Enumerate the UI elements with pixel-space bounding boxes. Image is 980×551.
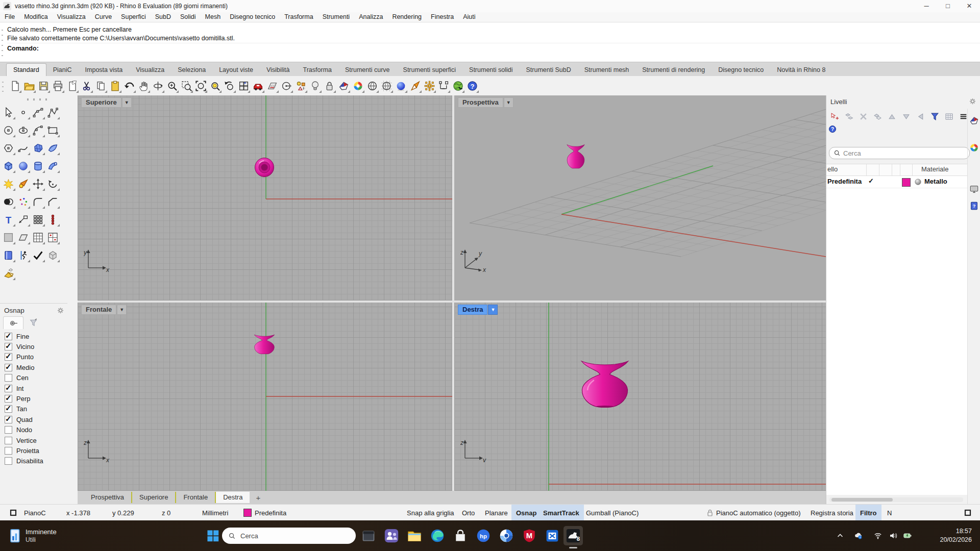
layers-tool-layer-copy[interactable] xyxy=(871,110,884,122)
toolbar-button-lightbulb[interactable] xyxy=(308,78,322,93)
taskbar-app-people[interactable] xyxy=(382,526,401,545)
menu-solidi[interactable]: Solidi xyxy=(176,12,201,22)
toolbar-button-export-page[interactable] xyxy=(65,78,79,93)
toolbar-button-pointer-cone[interactable] xyxy=(408,78,422,93)
tool-arc[interactable] xyxy=(31,123,45,137)
layers-tool-triangle-up[interactable] xyxy=(886,110,898,122)
checkbox-vicino[interactable] xyxy=(5,343,12,350)
toolbar-tab-imposta-vista[interactable]: Imposta vista xyxy=(79,64,130,77)
statusbar-millimetri[interactable]: Millimetri xyxy=(202,505,228,521)
tool-sphere[interactable] xyxy=(16,159,30,173)
tool-linear-array[interactable] xyxy=(46,213,60,227)
tool-select[interactable] xyxy=(2,106,15,119)
tool-leader[interactable] xyxy=(16,213,30,227)
toolbar-button-dimension[interactable] xyxy=(436,78,451,93)
menu-superfici[interactable]: Superfici xyxy=(116,12,151,22)
tool-plane[interactable] xyxy=(16,231,30,244)
tool-pipe[interactable] xyxy=(46,159,60,173)
layers-tool-layer-delete[interactable] xyxy=(857,110,870,122)
maximize-button[interactable]: □ xyxy=(937,0,959,12)
tool-check[interactable] xyxy=(31,248,45,262)
layers-search-input[interactable]: Cerca xyxy=(829,147,970,159)
tool-box[interactable] xyxy=(2,159,15,173)
tool-ellipse[interactable] xyxy=(16,123,30,137)
osnap-option-tan[interactable]: Tan xyxy=(0,404,67,414)
viewport-tab-superiore[interactable]: Superiore xyxy=(131,492,175,503)
statusbar-z-0[interactable]: z 0 xyxy=(162,505,170,521)
viewport-tab-prospettiva[interactable]: Prospettiva xyxy=(84,492,131,503)
osnap-option-medio[interactable]: Medio xyxy=(0,362,67,372)
toolbar-button-zoom-dynamic[interactable] xyxy=(165,78,179,93)
menu-finestra[interactable]: Finestra xyxy=(426,12,458,22)
toolbar-tab-standard[interactable]: Standard xyxy=(6,63,46,77)
toolbar-button-pan[interactable] xyxy=(136,78,151,93)
tool-point-cloud[interactable] xyxy=(16,195,30,209)
checkbox-perp[interactable] xyxy=(5,395,12,403)
toolbar-tab-strumenti-curve[interactable]: Strumenti curve xyxy=(338,64,397,77)
checkbox-punto[interactable] xyxy=(5,353,12,361)
tool-surface-sweep[interactable] xyxy=(46,141,60,155)
viewport-menu-arrow[interactable]: ▼ xyxy=(117,305,127,315)
toolbar-tab-strumenti-solidi[interactable]: Strumenti solidi xyxy=(462,64,519,77)
toolbar-button-paste[interactable] xyxy=(108,78,122,93)
tool-notebook[interactable] xyxy=(2,248,15,262)
osnap-option-cen[interactable]: Cen xyxy=(0,373,67,383)
toolbar-button-save[interactable] xyxy=(36,78,51,93)
toolbar-button-lock[interactable] xyxy=(322,78,336,93)
osnap-option-nodo[interactable]: Nodo xyxy=(0,425,67,435)
statusbar-snap-alla-griglia[interactable]: Snap alla griglia xyxy=(407,505,454,521)
tool-fillet[interactable] xyxy=(31,195,45,209)
viewport-destra[interactable]: Destra ▼ z y xyxy=(454,303,826,491)
toolbar-button-rotate-view[interactable] xyxy=(151,78,165,93)
statusbar-osnap[interactable]: Osnap xyxy=(511,505,541,521)
toolbar-button-named-view-car[interactable] xyxy=(251,78,265,93)
tool-comet[interactable] xyxy=(16,177,30,191)
toolbar-button-print[interactable] xyxy=(51,78,65,93)
viewport-tab-destra[interactable]: Destra xyxy=(215,492,250,503)
checkbox-quad[interactable] xyxy=(5,416,12,423)
viewport-menu-arrow[interactable]: ▼ xyxy=(504,97,513,108)
checkbox-disabilita[interactable] xyxy=(5,457,12,465)
tray-volume[interactable] xyxy=(889,532,897,540)
toolbar-button-rendermesh-sphere[interactable] xyxy=(379,78,394,93)
statusbar-y-0-229[interactable]: y 0.229 xyxy=(112,505,134,521)
toolbar-button-wireframe-sphere[interactable] xyxy=(365,78,379,93)
osnap-tab-funnel-gray[interactable] xyxy=(23,316,43,329)
viewport-menu-arrow[interactable]: ▼ xyxy=(122,97,132,108)
osnap-option-int[interactable]: Int xyxy=(0,383,67,393)
taskbar-app-hp[interactable]: hp xyxy=(474,526,493,545)
help-icon[interactable]: ? xyxy=(826,124,980,134)
osnap-option-quad[interactable]: Quad xyxy=(0,414,67,424)
tool-rectangle[interactable] xyxy=(46,123,60,137)
layers-horizontal-scrollbar[interactable] xyxy=(829,497,963,502)
layers-tool-layer-new[interactable] xyxy=(828,110,841,122)
toolbar-tab-novità-in-rhino-8[interactable]: Novità in Rhino 8 xyxy=(770,64,832,77)
toolbar-tab-strumenti-mesh[interactable]: Strumenti mesh xyxy=(578,64,636,77)
statusbar-panel-square[interactable] xyxy=(964,505,972,521)
toolbar-button-color-wheel[interactable] xyxy=(351,78,365,93)
osnap-option-perp[interactable]: Perp xyxy=(0,393,67,404)
statusbar-pianoc[interactable]: PianoC xyxy=(24,505,46,521)
checkbox-medio[interactable] xyxy=(5,364,12,371)
checkbox-vertice[interactable] xyxy=(5,437,12,444)
command-prompt[interactable]: Comando: xyxy=(7,43,980,54)
checkbox-proietta[interactable] xyxy=(5,447,12,455)
menu-analizza[interactable]: Analizza xyxy=(354,12,387,22)
tool-polygon[interactable] xyxy=(2,141,15,155)
palette-grip[interactable] xyxy=(27,98,51,101)
statusbar-filtro[interactable]: Filtro xyxy=(855,505,881,521)
layers-tool-table[interactable] xyxy=(943,110,955,122)
menu-file[interactable]: File xyxy=(0,12,19,22)
toolbar-button-help[interactable]: ? xyxy=(465,78,479,93)
viewport-label-superiore[interactable]: Superiore xyxy=(81,97,121,108)
toolbar-button-circle-center[interactable] xyxy=(279,78,293,93)
toolbar-tab-layout-viste[interactable]: Layout viste xyxy=(212,64,260,77)
toolbar-tab-strumenti-di-rendering[interactable]: Strumenti di rendering xyxy=(635,64,712,77)
taskbar-app-file-explorer[interactable] xyxy=(405,526,424,545)
toolbar-button-zoom-window[interactable] xyxy=(179,78,193,93)
viewport-superiore[interactable]: Superiore ▼ y x xyxy=(78,95,452,300)
tool-circle[interactable] xyxy=(2,123,15,137)
statusbar-registra-storia[interactable]: Registra storia xyxy=(811,505,853,521)
menu-strumenti[interactable]: Strumenti xyxy=(318,12,355,22)
menu-subd[interactable]: SubD xyxy=(151,12,176,22)
